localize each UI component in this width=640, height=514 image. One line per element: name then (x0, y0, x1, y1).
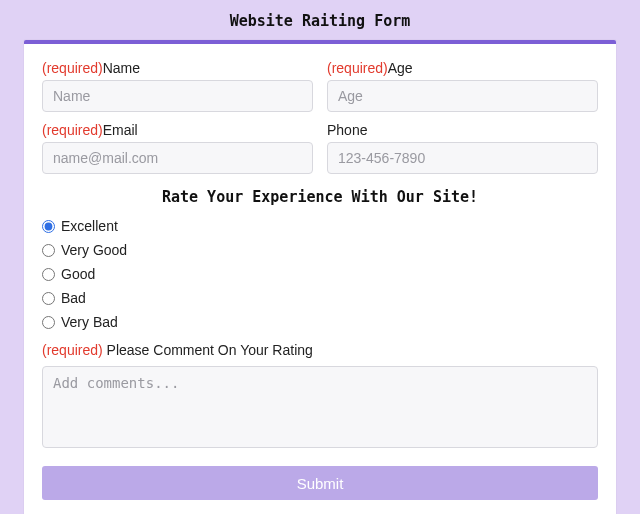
submit-button[interactable]: Submit (42, 466, 598, 500)
rating-option[interactable]: Very Good (42, 242, 598, 258)
name-label-text: Name (103, 60, 140, 76)
form-card: (required)Name (required)Age (required)E… (24, 40, 616, 514)
rating-radio[interactable] (42, 292, 55, 305)
rating-radio[interactable] (42, 244, 55, 257)
required-marker: (required) (327, 60, 388, 76)
required-marker: (required) (42, 342, 103, 358)
page-title: Website Raiting Form (0, 0, 640, 40)
age-label: (required)Age (327, 60, 598, 76)
rating-heading: Rate Your Experience With Our Site! (42, 188, 598, 206)
email-input[interactable] (42, 142, 313, 174)
rating-option-label: Very Good (61, 242, 127, 258)
rating-radio[interactable] (42, 268, 55, 281)
rating-option[interactable]: Very Bad (42, 314, 598, 330)
name-input[interactable] (42, 80, 313, 112)
comment-textarea[interactable] (42, 366, 598, 448)
rating-option[interactable]: Bad (42, 290, 598, 306)
comment-label-text: Please Comment On Your Rating (107, 342, 313, 358)
rating-radio[interactable] (42, 220, 55, 233)
email-label-text: Email (103, 122, 138, 138)
phone-label-text: Phone (327, 122, 367, 138)
rating-option-label: Bad (61, 290, 86, 306)
comment-label: (required) Please Comment On Your Rating (42, 342, 598, 358)
required-marker: (required) (42, 122, 103, 138)
phone-input[interactable] (327, 142, 598, 174)
age-input[interactable] (327, 80, 598, 112)
rating-radio-group: ExcellentVery GoodGoodBadVery Bad (42, 218, 598, 330)
rating-option-label: Good (61, 266, 95, 282)
name-label: (required)Name (42, 60, 313, 76)
rating-option-label: Very Bad (61, 314, 118, 330)
rating-option-label: Excellent (61, 218, 118, 234)
required-marker: (required) (42, 60, 103, 76)
rating-option[interactable]: Good (42, 266, 598, 282)
rating-option[interactable]: Excellent (42, 218, 598, 234)
age-label-text: Age (388, 60, 413, 76)
email-label: (required)Email (42, 122, 313, 138)
phone-label: Phone (327, 122, 598, 138)
rating-radio[interactable] (42, 316, 55, 329)
